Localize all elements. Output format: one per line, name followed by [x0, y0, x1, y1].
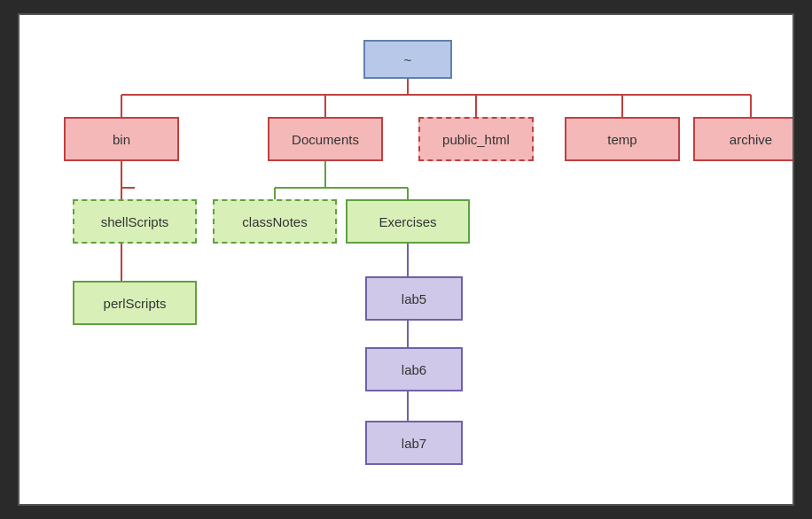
node-class-notes: classNotes [213, 199, 337, 244]
node-lab6: lab6 [365, 347, 463, 391]
node-lab5: lab5 [365, 276, 463, 321]
node-shell-scripts: shellScripts [73, 199, 197, 244]
node-lab7: lab7 [365, 421, 463, 465]
node-root: ~ [363, 40, 452, 79]
node-archive: archive [693, 117, 794, 161]
node-public-html: public_html [418, 117, 534, 161]
node-perl-scripts: perlScripts [73, 281, 197, 325]
node-temp: temp [565, 117, 680, 161]
node-bin: bin [64, 117, 179, 161]
node-exercises: Exercises [346, 199, 470, 244]
diagram-canvas: ~ bin Documents public_html temp archive… [18, 13, 794, 506]
node-documents: Documents [268, 117, 383, 161]
